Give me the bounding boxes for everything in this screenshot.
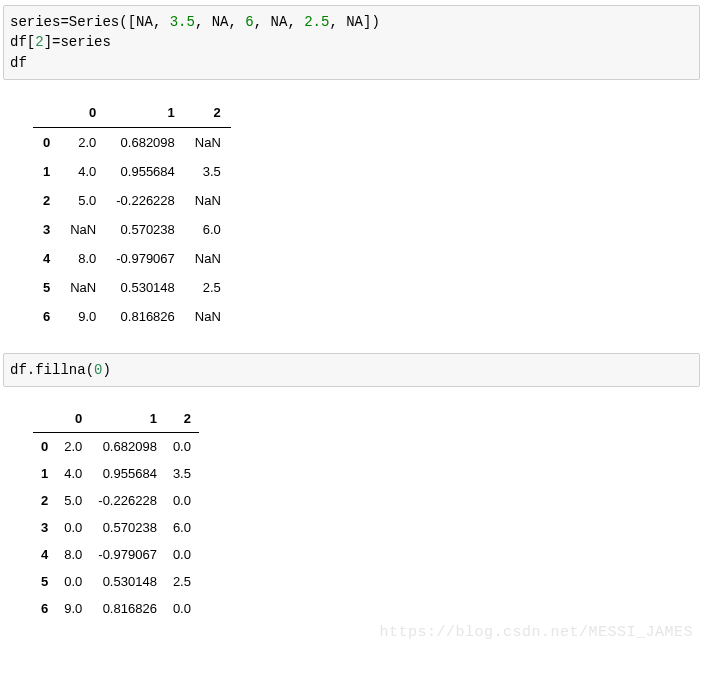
cell: 0.955684	[106, 157, 185, 186]
table-row: 3NaN0.5702386.0	[33, 215, 231, 244]
col-header: 1	[90, 405, 165, 433]
code-token: ,	[153, 14, 170, 30]
cell: -0.226228	[106, 186, 185, 215]
cell: 0.570238	[90, 514, 165, 541]
cell: 2.5	[165, 568, 199, 595]
row-index: 0	[33, 433, 56, 461]
table-row: 48.0-0.979067NaN	[33, 244, 231, 273]
code-token: 3.5	[170, 14, 195, 30]
code-token: 6	[245, 14, 253, 30]
table-row: 50.00.5301482.5	[33, 568, 199, 595]
cell: 0.0	[165, 541, 199, 568]
code-token: ]	[44, 34, 52, 50]
cell: 9.0	[60, 302, 106, 331]
cell: 8.0	[56, 541, 90, 568]
code-cell-2: df.fillna(0)	[3, 353, 700, 387]
cell: 6.0	[165, 514, 199, 541]
cell: 0.0	[56, 514, 90, 541]
cell: 4.0	[56, 460, 90, 487]
code-token: NA	[212, 14, 229, 30]
cell: 8.0	[60, 244, 106, 273]
code-token: NA	[271, 14, 288, 30]
row-index: 3	[33, 514, 56, 541]
code-token: df.	[10, 362, 35, 378]
table-row: 5NaN0.5301482.5	[33, 273, 231, 302]
row-index: 1	[33, 157, 60, 186]
cell: -0.979067	[106, 244, 185, 273]
cell: NaN	[185, 186, 231, 215]
table-row: 69.00.816826NaN	[33, 302, 231, 331]
cell: 0.682098	[106, 127, 185, 157]
cell: NaN	[60, 215, 106, 244]
table-row: 14.00.9556843.5	[33, 460, 199, 487]
cell: 3.5	[165, 460, 199, 487]
table-row: 69.00.8168260.0	[33, 595, 199, 622]
table-row: 02.00.6820980.0	[33, 433, 199, 461]
code-token: ,	[254, 14, 271, 30]
code-token: ,	[287, 14, 304, 30]
col-header: 2	[165, 405, 199, 433]
table-row: 25.0-0.2262280.0	[33, 487, 199, 514]
table-row: 14.00.9556843.5	[33, 157, 231, 186]
cell: 0.570238	[106, 215, 185, 244]
row-index: 5	[33, 568, 56, 595]
code-token: NA	[346, 14, 363, 30]
cell: 0.530148	[90, 568, 165, 595]
code-token: ,	[229, 14, 246, 30]
index-header-blank	[33, 405, 56, 433]
table-row: 25.0-0.226228NaN	[33, 186, 231, 215]
code-token: Series	[69, 14, 119, 30]
cell: 5.0	[60, 186, 106, 215]
table-row: 02.00.682098NaN	[33, 127, 231, 157]
code-token: 2.5	[304, 14, 329, 30]
cell: 0.682098	[90, 433, 165, 461]
code-cell-1: series=Series([NA, 3.5, NA, 6, NA, 2.5, …	[3, 5, 700, 80]
dataframe-table-1: 0 1 2 02.00.682098NaN14.00.9556843.525.0…	[33, 98, 231, 331]
code-token: (	[119, 14, 127, 30]
row-index: 4	[33, 541, 56, 568]
code-token: [	[128, 14, 136, 30]
code-token: [	[27, 34, 35, 50]
row-index: 1	[33, 460, 56, 487]
cell: 0.0	[165, 595, 199, 622]
cell: NaN	[185, 302, 231, 331]
col-header: 2	[185, 98, 231, 128]
col-header: 0	[60, 98, 106, 128]
table1-body: 02.00.682098NaN14.00.9556843.525.0-0.226…	[33, 127, 231, 331]
cell: 3.5	[185, 157, 231, 186]
col-header: 1	[106, 98, 185, 128]
cell: 2.0	[60, 127, 106, 157]
cell: 0.0	[56, 568, 90, 595]
code-token: fillna	[35, 362, 85, 378]
table2-body: 02.00.6820980.014.00.9556843.525.0-0.226…	[33, 433, 199, 623]
cell: 0.530148	[106, 273, 185, 302]
code-token: df	[10, 55, 27, 71]
cell: 2.0	[56, 433, 90, 461]
cell: 0.955684	[90, 460, 165, 487]
code-token: (	[86, 362, 94, 378]
cell: -0.979067	[90, 541, 165, 568]
code-token: series	[60, 34, 110, 50]
code-token: =	[60, 14, 68, 30]
cell: 4.0	[60, 157, 106, 186]
code-token: ,	[195, 14, 212, 30]
code-token: )	[102, 362, 110, 378]
cell: 0.0	[165, 433, 199, 461]
index-header-blank	[33, 98, 60, 128]
cell: 2.5	[185, 273, 231, 302]
row-index: 2	[33, 487, 56, 514]
row-index: 5	[33, 273, 60, 302]
table-row: 48.0-0.9790670.0	[33, 541, 199, 568]
dataframe-table-2: 0 1 2 02.00.6820980.014.00.9556843.525.0…	[33, 405, 199, 622]
watermark-text: https://blog.csdn.net/MESSI_JAMES	[379, 624, 693, 641]
col-header: 0	[56, 405, 90, 433]
cell: 0.816826	[106, 302, 185, 331]
code-token: NA	[136, 14, 153, 30]
code-token: ,	[329, 14, 346, 30]
row-index: 3	[33, 215, 60, 244]
code-token: 2	[35, 34, 43, 50]
cell: NaN	[185, 127, 231, 157]
row-index: 4	[33, 244, 60, 273]
cell: 9.0	[56, 595, 90, 622]
cell: 6.0	[185, 215, 231, 244]
